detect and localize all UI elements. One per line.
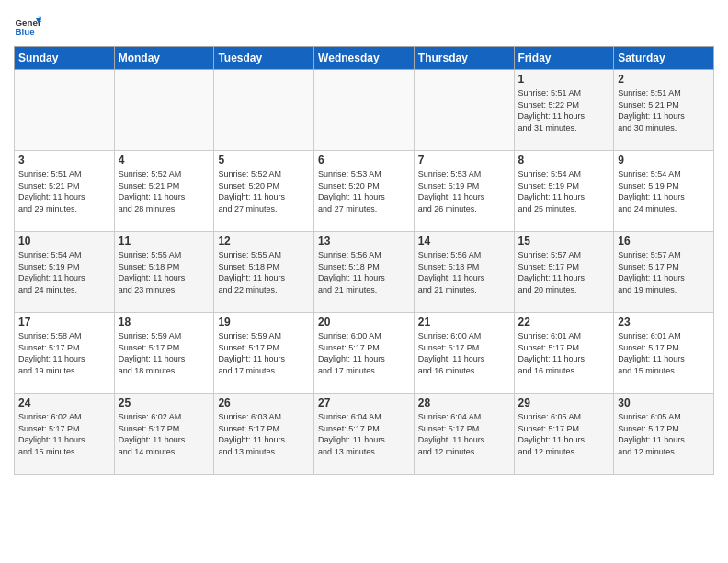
day-info: Sunrise: 6:02 AM Sunset: 5:17 PM Dayligh… — [119, 411, 210, 457]
day-info: Sunrise: 5:54 AM Sunset: 5:19 PM Dayligh… — [518, 168, 610, 214]
day-number: 20 — [318, 316, 410, 328]
col-header-tuesday: Tuesday — [214, 47, 314, 70]
day-number: 29 — [518, 396, 610, 409]
day-cell — [314, 70, 415, 151]
day-info: Sunrise: 5:57 AM Sunset: 5:17 PM Dayligh… — [618, 249, 710, 295]
day-info: Sunrise: 6:05 AM Sunset: 5:17 PM Dayligh… — [618, 411, 710, 457]
day-info: Sunrise: 5:57 AM Sunset: 5:17 PM Dayligh… — [518, 249, 610, 295]
logo: General Blue — [14, 13, 41, 40]
day-number: 17 — [18, 316, 110, 328]
day-cell — [214, 70, 314, 151]
day-cell: 18Sunrise: 5:59 AM Sunset: 5:17 PM Dayli… — [114, 313, 214, 394]
col-header-thursday: Thursday — [414, 47, 514, 70]
day-info: Sunrise: 5:52 AM Sunset: 5:20 PM Dayligh… — [218, 168, 310, 214]
day-info: Sunrise: 5:53 AM Sunset: 5:20 PM Dayligh… — [318, 168, 410, 214]
day-cell: 15Sunrise: 5:57 AM Sunset: 5:17 PM Dayli… — [514, 232, 614, 313]
day-cell: 19Sunrise: 5:59 AM Sunset: 5:17 PM Dayli… — [214, 313, 314, 394]
day-info: Sunrise: 6:00 AM Sunset: 5:17 PM Dayligh… — [318, 330, 410, 376]
day-info: Sunrise: 5:58 AM Sunset: 5:17 PM Dayligh… — [18, 330, 110, 376]
day-number: 3 — [18, 154, 110, 167]
day-info: Sunrise: 5:55 AM Sunset: 5:18 PM Dayligh… — [119, 249, 210, 295]
day-info: Sunrise: 5:54 AM Sunset: 5:19 PM Dayligh… — [618, 168, 710, 214]
day-cell: 20Sunrise: 6:00 AM Sunset: 5:17 PM Dayli… — [314, 313, 415, 394]
week-row-3: 10Sunrise: 5:54 AM Sunset: 5:19 PM Dayli… — [15, 232, 714, 313]
day-cell: 27Sunrise: 6:04 AM Sunset: 5:17 PM Dayli… — [314, 394, 415, 475]
day-info: Sunrise: 5:51 AM Sunset: 5:21 PM Dayligh… — [18, 168, 110, 214]
day-number: 27 — [318, 396, 410, 409]
svg-text:Blue: Blue — [16, 27, 36, 37]
day-number: 14 — [418, 235, 510, 247]
day-info: Sunrise: 5:53 AM Sunset: 5:19 PM Dayligh… — [418, 168, 510, 214]
col-header-wednesday: Wednesday — [314, 47, 415, 70]
day-number: 11 — [119, 235, 210, 247]
day-cell: 17Sunrise: 5:58 AM Sunset: 5:17 PM Dayli… — [15, 313, 115, 394]
day-info: Sunrise: 6:01 AM Sunset: 5:17 PM Dayligh… — [618, 330, 710, 376]
calendar-table: SundayMondayTuesdayWednesdayThursdayFrid… — [14, 46, 714, 475]
day-info: Sunrise: 6:02 AM Sunset: 5:17 PM Dayligh… — [18, 411, 110, 457]
day-info: Sunrise: 5:59 AM Sunset: 5:17 PM Dayligh… — [119, 330, 210, 376]
day-number: 22 — [518, 316, 610, 328]
col-header-friday: Friday — [514, 47, 614, 70]
day-info: Sunrise: 5:56 AM Sunset: 5:18 PM Dayligh… — [418, 249, 510, 295]
day-cell: 6Sunrise: 5:53 AM Sunset: 5:20 PM Daylig… — [314, 151, 415, 232]
day-number: 26 — [218, 396, 310, 409]
week-row-4: 17Sunrise: 5:58 AM Sunset: 5:17 PM Dayli… — [15, 313, 714, 394]
day-info: Sunrise: 5:51 AM Sunset: 5:22 PM Dayligh… — [518, 87, 610, 133]
day-cell: 24Sunrise: 6:02 AM Sunset: 5:17 PM Dayli… — [15, 394, 115, 475]
day-cell: 7Sunrise: 5:53 AM Sunset: 5:19 PM Daylig… — [414, 151, 514, 232]
day-number: 24 — [18, 396, 110, 409]
week-row-5: 24Sunrise: 6:02 AM Sunset: 5:17 PM Dayli… — [15, 394, 714, 475]
day-number: 12 — [218, 235, 310, 247]
day-number: 5 — [218, 154, 310, 167]
day-cell: 25Sunrise: 6:02 AM Sunset: 5:17 PM Dayli… — [114, 394, 214, 475]
day-cell: 22Sunrise: 6:01 AM Sunset: 5:17 PM Dayli… — [514, 313, 614, 394]
day-number: 6 — [318, 154, 410, 167]
day-cell: 26Sunrise: 6:03 AM Sunset: 5:17 PM Dayli… — [214, 394, 314, 475]
day-number: 19 — [218, 316, 310, 328]
day-cell: 21Sunrise: 6:00 AM Sunset: 5:17 PM Dayli… — [414, 313, 514, 394]
day-number: 1 — [518, 73, 610, 86]
day-number: 8 — [518, 154, 610, 167]
day-cell: 23Sunrise: 6:01 AM Sunset: 5:17 PM Dayli… — [614, 313, 714, 394]
day-info: Sunrise: 5:54 AM Sunset: 5:19 PM Dayligh… — [18, 249, 110, 295]
day-number: 15 — [518, 235, 610, 247]
header: General Blue — [14, 9, 714, 40]
day-number: 9 — [618, 154, 710, 167]
day-cell: 3Sunrise: 5:51 AM Sunset: 5:21 PM Daylig… — [15, 151, 115, 232]
day-cell — [414, 70, 514, 151]
day-info: Sunrise: 6:04 AM Sunset: 5:17 PM Dayligh… — [318, 411, 410, 457]
day-info: Sunrise: 6:01 AM Sunset: 5:17 PM Dayligh… — [518, 330, 610, 376]
day-number: 10 — [18, 235, 110, 247]
day-cell: 5Sunrise: 5:52 AM Sunset: 5:20 PM Daylig… — [214, 151, 314, 232]
day-number: 28 — [418, 396, 510, 409]
day-number: 4 — [119, 154, 210, 167]
day-number: 30 — [618, 396, 710, 409]
day-info: Sunrise: 5:56 AM Sunset: 5:18 PM Dayligh… — [318, 249, 410, 295]
day-cell: 12Sunrise: 5:55 AM Sunset: 5:18 PM Dayli… — [214, 232, 314, 313]
day-info: Sunrise: 5:59 AM Sunset: 5:17 PM Dayligh… — [218, 330, 310, 376]
day-number: 18 — [119, 316, 210, 328]
day-number: 2 — [618, 73, 710, 86]
header-row: SundayMondayTuesdayWednesdayThursdayFrid… — [15, 47, 714, 70]
day-info: Sunrise: 6:00 AM Sunset: 5:17 PM Dayligh… — [418, 330, 510, 376]
week-row-2: 3Sunrise: 5:51 AM Sunset: 5:21 PM Daylig… — [15, 151, 714, 232]
day-info: Sunrise: 5:51 AM Sunset: 5:21 PM Dayligh… — [618, 87, 710, 133]
day-cell: 11Sunrise: 5:55 AM Sunset: 5:18 PM Dayli… — [114, 232, 214, 313]
col-header-monday: Monday — [114, 47, 214, 70]
day-cell: 9Sunrise: 5:54 AM Sunset: 5:19 PM Daylig… — [614, 151, 714, 232]
day-info: Sunrise: 6:04 AM Sunset: 5:17 PM Dayligh… — [418, 411, 510, 457]
day-cell: 1Sunrise: 5:51 AM Sunset: 5:22 PM Daylig… — [514, 70, 614, 151]
day-number: 25 — [119, 396, 210, 409]
day-number: 13 — [318, 235, 410, 247]
day-cell: 2Sunrise: 5:51 AM Sunset: 5:21 PM Daylig… — [614, 70, 714, 151]
day-cell: 10Sunrise: 5:54 AM Sunset: 5:19 PM Dayli… — [15, 232, 115, 313]
logo-icon: General Blue — [14, 13, 41, 40]
week-row-1: 1Sunrise: 5:51 AM Sunset: 5:22 PM Daylig… — [15, 70, 714, 151]
day-cell — [15, 70, 115, 151]
day-cell: 16Sunrise: 5:57 AM Sunset: 5:17 PM Dayli… — [614, 232, 714, 313]
col-header-saturday: Saturday — [614, 47, 714, 70]
day-cell: 29Sunrise: 6:05 AM Sunset: 5:17 PM Dayli… — [514, 394, 614, 475]
day-cell — [114, 70, 214, 151]
day-info: Sunrise: 6:03 AM Sunset: 5:17 PM Dayligh… — [218, 411, 310, 457]
day-number: 7 — [418, 154, 510, 167]
